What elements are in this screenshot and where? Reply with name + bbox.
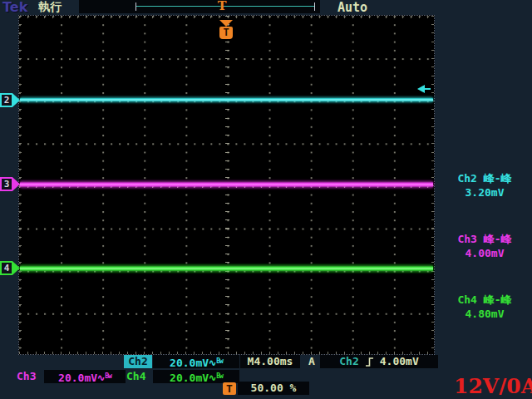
trigger-readout: Ch2 4.00mV [320,355,438,368]
trigger-level-value: 4.00mV [380,355,419,368]
ch3-readout-label: Ch3 [17,370,36,383]
ch4-trace [20,265,433,272]
trigger-t-badge: T [219,27,233,39]
measurement-value: 4.80mV [439,307,530,321]
timebase-readout: M4.00ms [240,355,300,368]
tek-logo: Tek [2,0,27,15]
psu-overlay-label: 12V/0A [454,374,532,398]
ch3-badge-number: 3 [2,179,12,190]
ac-coupling-icon: ∿ [209,372,216,383]
ch4-scale-value: 20.0mV [170,372,209,384]
ch2-scale-value: 20.0mV [170,357,209,369]
trigger-position-readout: 50.00 % [238,382,309,395]
measurement-value: 3.20mV [439,185,530,200]
ch4-scale-readout: 20.0mV∿Bw [153,370,239,383]
measurement-ch4-pkpk: Ch4 峰-峰 4.80mV [439,293,530,321]
ch2-trace [20,97,433,102]
measurement-label: Ch4 峰-峰 [439,293,530,307]
ch4-position-badge: 4 [0,261,20,275]
ch2-position-badge: 2 [0,93,20,107]
measurement-value: 4.00mV [439,246,530,260]
trigger-status-label: Auto [337,0,367,15]
ch2-readout-label: Ch2 [124,355,152,368]
bandwidth-limit-icon: Bw [105,372,111,380]
bandwidth-limit-icon: Bw [216,357,223,365]
ch4-readout-label: Ch4 [126,370,145,383]
trigger-position-bar-icon: T [218,0,226,12]
trigger-level-arrow-icon [417,85,431,93]
ac-coupling-icon: ∿ [97,372,105,383]
measurement-label: Ch2 峰-峰 [439,171,530,185]
trigger-position-t-icon: T [223,382,236,395]
horizontal-record-bar: T [79,0,320,13]
rising-edge-icon [365,357,374,367]
ch3-position-badge: 3 [0,177,20,191]
acquisition-state-label: 執行 [38,0,62,15]
graticule: T [18,15,435,355]
ch3-scale-readout: 20.0mV∿Bw [44,370,126,383]
trigger-source-label: Ch2 [339,355,358,368]
oscilloscope-screen: Tek 執行 T Auto T 2 3 4 [0,0,532,399]
ch2-scale-readout: 20.0mV∿Bw [153,355,239,368]
ch3-trace [20,181,433,188]
measurement-ch2-pkpk: Ch2 峰-峰 3.20mV [439,171,530,200]
trigger-down-arrow-icon [219,20,233,27]
bandwidth-limit-icon: Bw [216,372,223,380]
measurement-label: Ch3 峰-峰 [439,232,530,246]
ac-coupling-icon: ∿ [209,357,216,368]
arrow-tail [424,88,431,90]
ch3-scale-value: 20.0mV [58,372,97,384]
ch4-badge-number: 4 [2,263,12,273]
trigger-position-marker: T [219,20,234,39]
measurement-ch3-pkpk: Ch3 峰-峰 4.00mV [439,232,530,260]
trigger-type-label: A [308,355,315,368]
ch2-badge-number: 2 [2,95,12,106]
